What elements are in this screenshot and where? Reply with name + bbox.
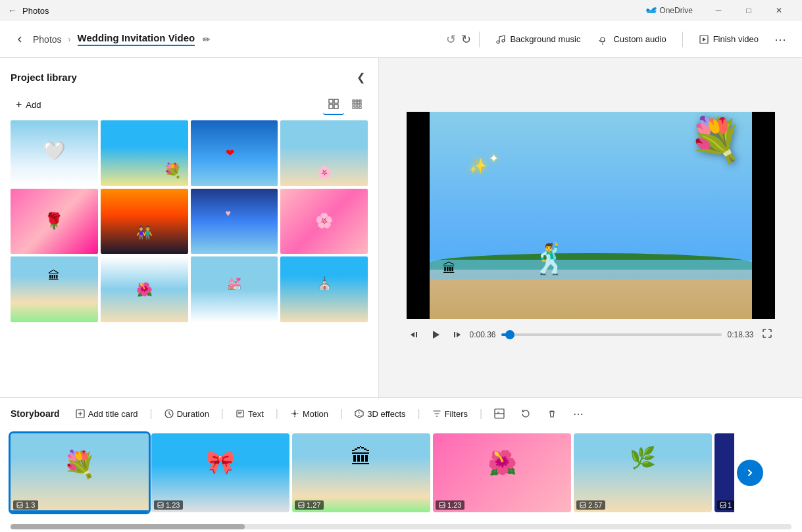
onedrive-text: OneDrive xyxy=(659,6,693,15)
trim-icon xyxy=(494,408,505,419)
view-large-button[interactable] xyxy=(323,94,344,115)
svg-rect-9 xyxy=(353,100,355,102)
add-media-button[interactable]: + Add xyxy=(11,96,46,113)
skip-forward-icon xyxy=(451,329,462,340)
library-item[interactable]: ❤ xyxy=(191,120,278,186)
next-page-button[interactable] xyxy=(737,460,763,486)
svg-rect-11 xyxy=(359,100,361,102)
skip-back-button[interactable] xyxy=(407,327,422,343)
view-small-icon xyxy=(352,99,363,110)
storyboard-title: Storyboard xyxy=(11,408,60,419)
skip-forward-button[interactable] xyxy=(449,327,464,343)
onedrive-label: OneDrive xyxy=(646,5,693,16)
redo-button[interactable]: ↻ xyxy=(461,32,471,47)
image-icon xyxy=(298,502,305,508)
bottom-scrollbar[interactable] xyxy=(11,524,791,529)
library-item[interactable]: 🤍 xyxy=(11,120,98,186)
current-time: 0:00.36 xyxy=(470,330,496,339)
library-item[interactable]: 🌸 xyxy=(280,189,368,254)
storyboard-item[interactable]: 🌿 2.57 xyxy=(574,433,712,512)
back-icon[interactable]: ← xyxy=(8,5,17,16)
svg-point-0 xyxy=(497,41,499,43)
storyboard-item[interactable]: 🌺 1.23 xyxy=(433,433,571,512)
text-button[interactable]: Text xyxy=(230,406,269,422)
titlebar-app-name: Photos xyxy=(22,6,49,16)
library-grid-container: 🤍 💐 ❤ 🌸 🌹 👫 ♥ xyxy=(0,120,378,397)
storyboard-more-button[interactable]: ⋯ xyxy=(568,405,589,423)
library-header: Project library ❮ xyxy=(0,58,378,91)
svg-rect-22 xyxy=(454,332,455,337)
library-item[interactable]: 🌺 xyxy=(101,256,188,322)
fullscreen-button[interactable] xyxy=(759,326,775,344)
toolbar-divider-2 xyxy=(682,32,683,47)
video-preview-inner: 💐 🕺 ✨ ✦ 🏛 xyxy=(430,112,752,319)
separator-4: | xyxy=(340,408,343,420)
motion-button[interactable]: Motion xyxy=(285,406,334,422)
library-item[interactable]: ⛪ xyxy=(280,256,368,322)
back-button[interactable] xyxy=(11,30,29,49)
skip-back-icon xyxy=(409,329,420,340)
progress-thumb[interactable] xyxy=(505,330,514,339)
svg-marker-21 xyxy=(457,332,461,337)
storyboard-duration-3: 1.27 xyxy=(295,500,324,510)
library-item[interactable]: 💐 xyxy=(101,120,188,186)
storyboard-header: Storyboard Add title card | Duration | T… xyxy=(0,398,802,429)
selection-bar xyxy=(11,510,149,512)
finish-video-button[interactable]: Finish video xyxy=(691,30,766,49)
delete-button[interactable] xyxy=(541,406,563,422)
storyboard-duration-2: 1.23 xyxy=(154,500,183,510)
view-toggle xyxy=(323,94,368,115)
add-title-card-button[interactable]: Add title card xyxy=(70,406,143,422)
custom-audio-button[interactable]: Custom audio xyxy=(591,30,674,49)
svg-rect-5 xyxy=(329,99,333,103)
minimize-button[interactable]: ─ xyxy=(703,0,734,21)
onedrive-icon xyxy=(646,5,657,16)
library-item[interactable]: 👫 xyxy=(101,189,188,254)
library-item[interactable]: 🌸 xyxy=(280,120,368,186)
undo-button[interactable]: ↺ xyxy=(446,32,456,47)
trash-icon xyxy=(547,408,557,419)
progress-bar[interactable] xyxy=(501,328,722,341)
library-collapse-button[interactable]: ❮ xyxy=(354,68,368,86)
3d-effects-button[interactable]: 3D effects xyxy=(349,406,411,422)
svg-point-30 xyxy=(293,412,296,415)
toolbar: Photos › Wedding Invitation Video ✏ ↺ ↻ … xyxy=(0,21,802,58)
chevron-right-icon xyxy=(745,468,755,478)
library-item[interactable]: 🏛 xyxy=(11,256,98,322)
svg-point-1 xyxy=(502,39,505,42)
background-music-button[interactable]: Background music xyxy=(488,30,588,49)
library-item[interactable]: 🌹 xyxy=(11,189,98,254)
more-options-button[interactable]: ⋯ xyxy=(769,28,791,51)
maximize-button[interactable]: □ xyxy=(734,0,764,21)
back-arrow-icon xyxy=(16,36,24,43)
trim-button[interactable] xyxy=(489,406,510,422)
audio-icon xyxy=(599,34,609,45)
duration-button[interactable]: Duration xyxy=(159,406,214,422)
storyboard-item[interactable]: 🎀 1.23 xyxy=(151,433,289,512)
edit-title-icon[interactable]: ✏ xyxy=(203,34,211,45)
svg-rect-10 xyxy=(356,100,358,102)
storyboard-item[interactable]: 🏛 1.27 xyxy=(292,433,430,512)
storyboard-strip: 💐 1.3 🎀 1.23 🏛 1.27 🌺 xyxy=(0,429,802,521)
app-label: Photos xyxy=(33,34,62,45)
svg-rect-15 xyxy=(353,107,355,109)
svg-marker-18 xyxy=(411,332,414,337)
fullscreen-icon xyxy=(762,328,772,339)
finish-icon xyxy=(699,34,709,45)
image-icon xyxy=(580,502,586,508)
play-button[interactable] xyxy=(428,327,443,343)
svg-rect-33 xyxy=(497,412,499,414)
storyboard-item-partial[interactable]: 1 xyxy=(714,433,734,512)
library-item[interactable]: 💒 xyxy=(191,256,278,322)
progress-track xyxy=(501,333,722,336)
toolbar-actions: ↺ ↻ Background music Custom audio Finish… xyxy=(446,28,791,51)
storyboard-item[interactable]: 💐 1.3 xyxy=(11,433,149,512)
view-small-button[interactable] xyxy=(347,94,368,115)
library-item[interactable]: ♥ xyxy=(191,189,278,254)
replay-button[interactable] xyxy=(515,406,536,422)
svg-marker-20 xyxy=(433,331,439,339)
main-area: Project library ❮ + Add 🤍 xyxy=(0,58,802,397)
library-title: Project library xyxy=(11,72,77,83)
close-button[interactable]: ✕ xyxy=(764,0,794,21)
filters-button[interactable]: Filters xyxy=(427,406,473,422)
